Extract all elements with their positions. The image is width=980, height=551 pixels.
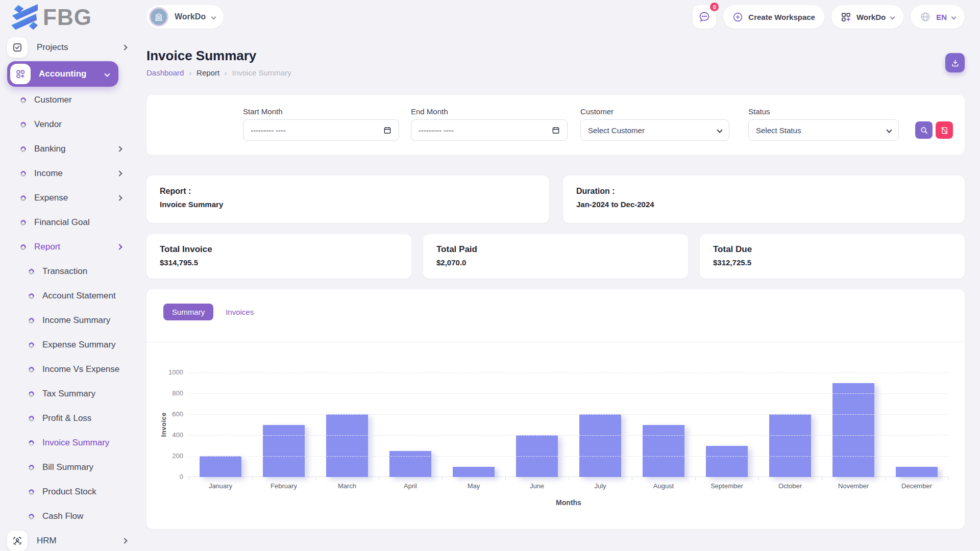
brand-logo[interactable]: FBG <box>10 4 92 31</box>
search-icon <box>920 126 928 135</box>
bullet-icon <box>28 414 35 422</box>
sidebar-item-bill-summary[interactable]: Bill Summary <box>0 455 134 480</box>
sidebar-item-label: Account Statement <box>42 291 121 301</box>
bullet-icon <box>28 488 35 495</box>
sidebar-item-transaction[interactable]: Transaction <box>0 259 134 284</box>
sidebar-item-income-vs-expense[interactable]: Income Vs Expense <box>0 357 134 382</box>
check-square-icon <box>7 37 28 58</box>
x-tick-mark <box>315 477 316 480</box>
tab-summary[interactable]: Summary <box>163 304 213 320</box>
bar-march[interactable] <box>326 414 368 477</box>
sidebar-item-account-statement[interactable]: Account Statement <box>0 284 134 308</box>
calendar-icon[interactable] <box>383 126 391 134</box>
bar-july[interactable] <box>579 414 621 477</box>
workdo-menu-button[interactable]: WorkDo <box>831 5 903 29</box>
workdo-label: WorkDo <box>856 13 886 21</box>
chat-bubble-icon <box>698 11 710 23</box>
sidebar-item-label: Accounting <box>39 69 97 79</box>
customer-select[interactable]: Select Customer <box>580 119 729 141</box>
workspace-switcher[interactable]: WorkDo <box>146 5 224 29</box>
end-month-value: --------- ---- <box>419 126 454 135</box>
summary-chart-card: Summary Invoices Invoice 020040060080010… <box>146 289 965 529</box>
breadcrumb-report[interactable]: Report <box>197 68 219 77</box>
chevron-down-icon <box>717 127 722 133</box>
sidebar-item-vendor[interactable]: Vendor <box>0 112 134 137</box>
breadcrumb-dashboard[interactable]: Dashboard <box>146 68 184 77</box>
calendar-icon[interactable] <box>552 126 560 134</box>
sidebar-item-income[interactable]: Income <box>0 161 134 186</box>
x-tick-mark <box>632 477 632 480</box>
sidebar-item-invoice-summary[interactable]: Invoice Summary <box>0 431 134 455</box>
x-tick-mark <box>885 477 886 480</box>
bar-february[interactable] <box>263 425 305 478</box>
start-month-input[interactable]: --------- ---- <box>243 119 399 141</box>
sidebar-item-income-summary[interactable]: Income Summary <box>0 308 134 333</box>
customer-select-value: Select Customer <box>588 126 645 135</box>
sidebar-item-label: Invoice Summary <box>42 438 121 448</box>
page-title: Invoice Summary <box>146 48 256 64</box>
sidebar-item-profit-loss[interactable]: Profit & Loss <box>0 406 134 431</box>
x-tick-label: August <box>632 482 695 490</box>
sidebar-item-label: Banking <box>34 144 109 154</box>
chevron-down-icon <box>211 14 216 19</box>
sidebar-item-expense-summary[interactable]: Expense Summary <box>0 333 134 357</box>
end-month-input[interactable]: --------- ---- <box>411 119 568 141</box>
brand-logo-icon <box>10 4 39 31</box>
bar-october[interactable] <box>769 414 811 477</box>
apply-filter-button[interactable] <box>915 121 933 139</box>
sidebar-item-tax-summary[interactable]: Tax Summary <box>0 382 134 406</box>
tab-invoices[interactable]: Invoices <box>223 304 257 320</box>
x-tick-mark <box>505 477 506 480</box>
bullet-icon <box>28 439 35 446</box>
status-label: Status <box>748 107 770 116</box>
bar-slot <box>569 414 632 477</box>
bar-august[interactable] <box>643 425 684 478</box>
bullet-icon <box>28 463 35 471</box>
bar-april[interactable] <box>389 451 431 477</box>
download-button[interactable] <box>945 53 965 72</box>
sidebar-item-hrm[interactable]: HRM <box>7 529 127 551</box>
sidebar-item-banking[interactable]: Banking <box>0 137 134 161</box>
bar-november[interactable] <box>832 383 874 478</box>
sidebar-item-label: Report <box>34 242 109 252</box>
reset-filter-button[interactable] <box>936 121 953 139</box>
stat-value: $314,795.5 <box>160 258 198 267</box>
bar-may[interactable] <box>453 467 495 478</box>
notification-badge: 0 <box>709 2 720 12</box>
x-tick-mark <box>379 477 379 480</box>
bar-december[interactable] <box>896 467 938 478</box>
duration-card: Duration : Jan-2024 to Dec-2024 <box>563 176 965 223</box>
download-icon <box>951 59 960 67</box>
messages-button[interactable]: 0 <box>693 5 716 29</box>
status-select[interactable]: Select Status <box>748 119 899 141</box>
y-tick-label: 0 <box>151 473 183 481</box>
bar-slot <box>632 425 695 478</box>
sidebar-item-expense[interactable]: Expense <box>0 186 134 210</box>
x-tick-mark <box>442 477 443 480</box>
x-tick-mark <box>569 477 569 480</box>
report-card-title: Report : <box>160 187 191 196</box>
create-workspace-button[interactable]: Create Workspace <box>723 5 824 29</box>
stat-value: $312,725.5 <box>713 258 751 267</box>
sidebar-item-label: Vendor <box>34 119 121 130</box>
sidebar-item-cash-flow[interactable]: Cash Flow <box>0 504 134 529</box>
sidebar-item-financial-goal[interactable]: Financial Goal <box>0 210 134 235</box>
bar-january[interactable] <box>200 456 241 477</box>
bullet-icon <box>19 194 27 202</box>
sidebar-item-customer[interactable]: Customer <box>0 88 134 112</box>
bar-september[interactable] <box>706 446 748 478</box>
sidebar-item-label: Tax Summary <box>42 389 121 399</box>
duration-card-title: Duration : <box>576 187 615 196</box>
sidebar-item-label: Profit & Loss <box>42 413 121 423</box>
bar-slot <box>758 414 822 477</box>
sidebar-item-report[interactable]: Report <box>0 235 134 259</box>
gridline <box>189 456 948 457</box>
sidebar-item-projects[interactable]: Projects <box>7 36 127 59</box>
report-tabs: Summary Invoices <box>163 304 257 320</box>
sidebar-item-accounting[interactable]: Accounting <box>7 61 118 87</box>
y-tick-label: 800 <box>151 389 183 397</box>
x-tick-label: July <box>569 482 632 490</box>
sidebar-item-product-stock[interactable]: Product Stock <box>0 480 134 504</box>
language-selector[interactable]: EN <box>911 5 965 29</box>
brand-name: FBG <box>43 5 92 30</box>
